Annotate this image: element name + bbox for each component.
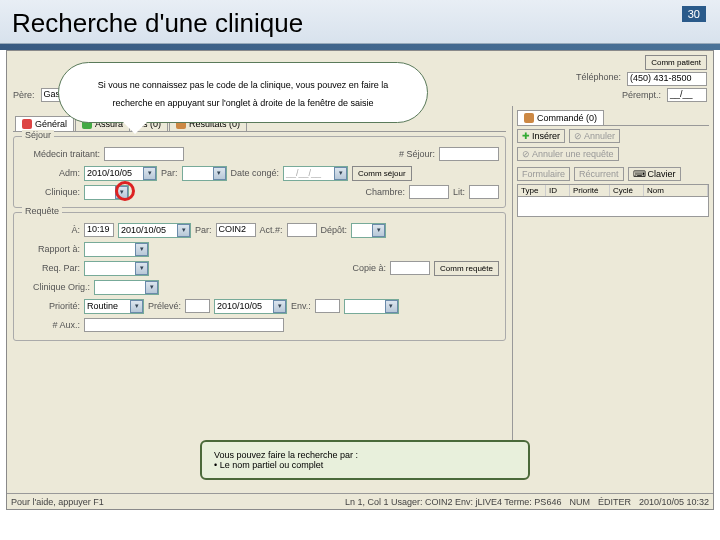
par2-field[interactable]: COIN2 (216, 223, 256, 237)
lit-field[interactable] (469, 185, 499, 199)
medecin-label: Médecin traitant: (20, 149, 100, 159)
priorite-field[interactable]: Routine▾ (84, 299, 144, 314)
formulaire-button[interactable]: Formulaire (517, 167, 570, 181)
comm-patient-button[interactable]: Comm patient (645, 55, 707, 70)
par-field[interactable]: ▾ (182, 166, 227, 181)
pere-label: Père: (13, 90, 35, 100)
rapport-label: Rapport à: (20, 244, 80, 254)
tab-general[interactable]: Général (15, 116, 74, 131)
act-label: Act.#: (260, 225, 283, 235)
grid-body[interactable] (517, 197, 709, 217)
depot-label: Dépôt: (321, 225, 348, 235)
rapport-field[interactable]: ▾ (84, 242, 149, 257)
perempt-field[interactable]: __/__ (667, 88, 707, 102)
clavier-button[interactable]: ⌨Clavier (628, 167, 681, 181)
callout-top: Si vous ne connaissez pas le code de la … (58, 62, 428, 123)
chevron-down-icon[interactable]: ▾ (143, 167, 156, 180)
chevron-down-icon[interactable]: ▾ (213, 167, 226, 180)
env-label: Env.: (291, 301, 311, 311)
perempt-label: Pérempt.: (622, 90, 661, 100)
clin-orig-label: Clinique Orig.: (20, 282, 90, 292)
clinique-label: Clinique: (20, 187, 80, 197)
a-label: À: (20, 225, 80, 235)
copie-field[interactable] (390, 261, 430, 275)
env-date-field[interactable]: ▾ (344, 299, 399, 314)
telephone-field[interactable]: (450) 431-8500 (627, 72, 707, 86)
tab-commande[interactable]: Commandé (0) (517, 110, 604, 125)
env-time-field[interactable] (315, 299, 340, 313)
priorite-label: Priorité: (20, 301, 80, 311)
highlight-circle (115, 181, 135, 201)
annuler-requete-button[interactable]: ⊘Annuler une requête (517, 147, 619, 161)
naux-label: # Aux.: (20, 320, 80, 330)
chevron-down-icon[interactable]: ▾ (135, 262, 148, 275)
general-icon (22, 119, 32, 129)
keyboard-icon: ⌨ (633, 169, 646, 179)
prelev-date-field[interactable]: 2010/10/05▾ (214, 299, 287, 314)
status-bar: Pour l'aide, appuyer F1 Ln 1, Col 1 Usag… (7, 493, 713, 509)
chevron-down-icon[interactable]: ▾ (145, 281, 158, 294)
status-datetime: 2010/10/05 10:32 (639, 497, 709, 507)
chevron-down-icon[interactable]: ▾ (130, 300, 143, 313)
comm-sejour-button[interactable]: Comm séjour (352, 166, 412, 181)
cancel-icon: ⊘ (574, 131, 582, 141)
chambre-label: Chambre: (365, 187, 405, 197)
annuler-button[interactable]: ⊘Annuler (569, 129, 620, 143)
callout-bottom: Vous pouvez faire la recherche par : • L… (200, 440, 530, 480)
nsejour-label: # Séjour: (375, 149, 435, 159)
reqpar-label: Req. Par: (20, 263, 80, 273)
recurrent-button[interactable]: Récurrent (574, 167, 624, 181)
plus-icon: ✚ (522, 131, 530, 141)
cancel-icon: ⊘ (522, 149, 530, 159)
status-info: Ln 1, Col 1 Usager: COIN2 Env: jLIVE4 Te… (345, 497, 561, 507)
chevron-down-icon[interactable]: ▾ (177, 224, 190, 237)
nsejour-field[interactable] (439, 147, 499, 161)
chambre-field[interactable] (409, 185, 449, 199)
date-conge-field[interactable]: __/__/__▾ (283, 166, 348, 181)
adm-date-field[interactable]: 2010/10/05▾ (84, 166, 157, 181)
a-date-field[interactable]: 2010/10/05▾ (118, 223, 191, 238)
chevron-down-icon[interactable]: ▾ (372, 224, 385, 237)
reqpar-field[interactable]: ▾ (84, 261, 149, 276)
slide-title: Recherche d'une clinique (0, 0, 720, 44)
slide-number: 30 (682, 6, 706, 22)
par-label: Par: (161, 168, 178, 178)
clin-orig-field[interactable]: ▾ (94, 280, 159, 295)
chevron-down-icon[interactable]: ▾ (135, 243, 148, 256)
chevron-down-icon[interactable]: ▾ (385, 300, 398, 313)
depot-field[interactable]: ▾ (351, 223, 386, 238)
telephone-label: Téléphone: (576, 72, 621, 86)
comm-requete-button[interactable]: Comm requête (434, 261, 499, 276)
chevron-down-icon[interactable]: ▾ (334, 167, 347, 180)
sejour-group-title: Séjour (22, 130, 54, 140)
prelev-label: Prélevé: (148, 301, 181, 311)
requete-group-title: Requête (22, 206, 62, 216)
naux-field[interactable] (84, 318, 284, 332)
copie-label: Copie à: (353, 263, 387, 273)
act-field[interactable] (287, 223, 317, 237)
chevron-down-icon[interactable]: ▾ (273, 300, 286, 313)
prelev-time-field[interactable] (185, 299, 210, 313)
par2-label: Par: (195, 225, 212, 235)
status-edit: ÉDITER (598, 497, 631, 507)
inserer-button[interactable]: ✚Insérer (517, 129, 565, 143)
lit-label: Lit: (453, 187, 465, 197)
status-num: NUM (569, 497, 590, 507)
adm-label: Adm: (20, 168, 80, 178)
grid-header: Type ID Priorité Cyclé Nom (517, 184, 709, 197)
status-help: Pour l'aide, appuyer F1 (11, 497, 104, 507)
commande-icon (524, 113, 534, 123)
date-conge-label: Date congé: (231, 168, 280, 178)
a-time-field[interactable]: 10:19 (84, 223, 114, 237)
